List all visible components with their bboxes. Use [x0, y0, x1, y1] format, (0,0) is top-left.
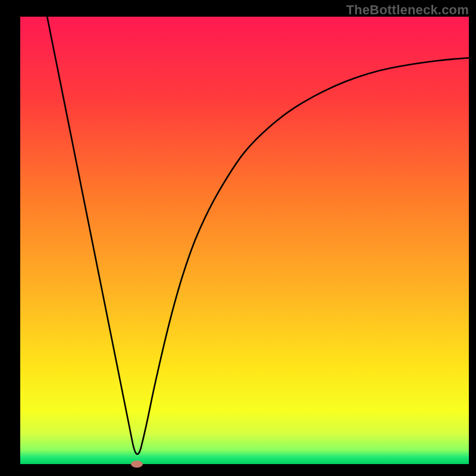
bottleneck-chart [0, 0, 476, 476]
plot-area [20, 17, 469, 464]
chart-frame: TheBottleneck.com [0, 0, 476, 476]
watermark-text: TheBottleneck.com [346, 2, 469, 18]
optimum-marker [131, 461, 143, 468]
